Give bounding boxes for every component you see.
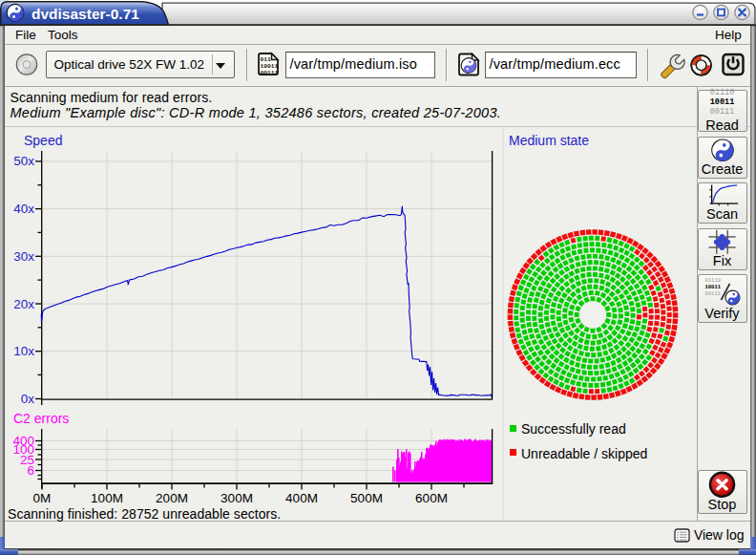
svg-text:20x: 20x [13, 297, 34, 311]
svg-text:400M: 400M [285, 491, 318, 505]
svg-text:0x: 0x [21, 392, 35, 406]
svg-text:30x: 30x [13, 249, 34, 264]
svg-text:10x: 10x [13, 344, 34, 358]
svg-text:0M: 0M [33, 491, 52, 505]
svg-text:100M: 100M [91, 491, 123, 505]
svg-text:6: 6 [27, 463, 34, 478]
svg-text:600M: 600M [415, 491, 448, 505]
svg-text:300M: 300M [220, 491, 253, 505]
svg-text:50x: 50x [13, 154, 34, 168]
svg-text:500M: 500M [350, 491, 383, 505]
svg-text:200M: 200M [156, 491, 188, 505]
svg-text:40x: 40x [13, 202, 34, 216]
